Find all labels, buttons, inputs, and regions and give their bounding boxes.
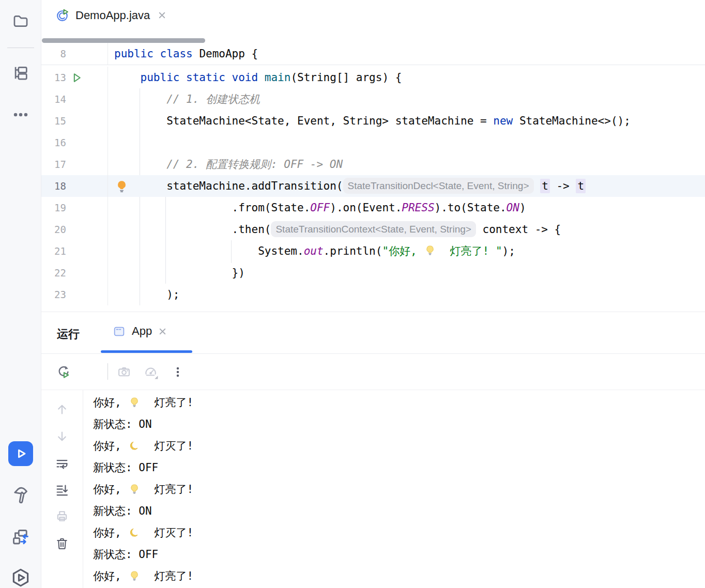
code-line-22[interactable]: 22 }) — [41, 262, 705, 284]
code-line-17[interactable]: 17 // 2. 配置转换规则: OFF -> ON — [41, 153, 705, 175]
clear-console-trash-icon[interactable] — [55, 536, 69, 551]
tab-scrollbar[interactable] — [42, 38, 205, 43]
console-text: 你好, — [93, 565, 128, 587]
print-icon[interactable] — [55, 509, 69, 523]
thread-dump-camera-button[interactable] — [117, 365, 131, 379]
gutter-slot — [66, 132, 108, 153]
code-text: StateMachine<State, Event, String> state… — [114, 110, 631, 132]
more-tool-windows-icon[interactable] — [12, 106, 29, 123]
code-token: StateTransitionContext<State, Event, Str… — [271, 221, 476, 237]
code-line-18[interactable]: 18 stateMachine.addTransition(StateTrans… — [41, 175, 705, 197]
editor-tab-bar: DemoApp.java — [41, 0, 705, 43]
editor-tab-title: DemoApp.java — [75, 9, 150, 22]
bulb-emoji-icon — [424, 245, 436, 256]
services-icon[interactable] — [11, 528, 30, 547]
gutter-slot — [66, 153, 108, 175]
code-token — [114, 93, 166, 105]
code-token: -> — [550, 180, 576, 192]
moon-emoji-icon — [129, 527, 140, 538]
moon-emoji-icon — [129, 440, 140, 452]
console-text: 你好, — [93, 392, 128, 413]
code-line-15[interactable]: 15 StateMachine<State, Event, String> st… — [41, 110, 705, 132]
line-number: 8 — [41, 43, 66, 65]
code-line-19[interactable]: 19 .from(State.OFF).on(Event.PRESS).to(S… — [41, 197, 705, 219]
code-text: .from(State.OFF).on(Event.PRESS).to(Stat… — [114, 197, 526, 219]
code-line-13[interactable]: 13 public static void main(String[] args… — [41, 67, 705, 88]
gutter-slot — [66, 240, 108, 262]
code-token: StateMachine<>(); — [513, 115, 631, 127]
gutter-slot — [66, 110, 108, 132]
run-tab-app[interactable]: App — [113, 324, 167, 338]
ide-window: DemoApp.java 8 public class DemoApp { 13… — [0, 0, 705, 588]
editor-tab-demoapp[interactable]: DemoApp.java — [56, 8, 166, 22]
activity-bar — [0, 0, 41, 588]
scroll-to-end-icon[interactable] — [55, 483, 69, 498]
intention-bulb-icon[interactable] — [115, 179, 129, 193]
code-token: stateMachine.addTransition( — [114, 180, 343, 192]
sticky-code-text: public class DemoApp { — [114, 43, 258, 65]
code-text: .then(StateTransitionContext<State, Even… — [114, 219, 561, 240]
code-token — [114, 71, 141, 84]
profiler-icon[interactable] — [10, 567, 32, 588]
soft-wrap-icon[interactable] — [55, 457, 69, 472]
console-text: 灯灭了! — [141, 435, 200, 457]
console-output: 你好, 灯亮了! 新状态: ON你好, 灯灭了! 新状态: OFF你好, 灯亮了… — [93, 392, 705, 588]
code-line-20[interactable]: 20 .then(StateTransitionContext<State, E… — [41, 219, 705, 240]
gutter-slot — [66, 67, 108, 88]
close-tab-icon[interactable] — [158, 11, 166, 20]
code-token: .then( — [114, 223, 271, 236]
code-token: (String[] args) { — [290, 71, 402, 84]
line-number: 14 — [41, 88, 66, 110]
code-line-21[interactable]: 21 System.out.println("你好, 灯亮了! "); — [41, 240, 705, 262]
code-editor[interactable]: 8 public class DemoApp { 13 public stati… — [41, 43, 705, 312]
gutter-slot — [66, 197, 108, 219]
console-line: 新状态: ON — [93, 500, 705, 522]
code-token: t — [576, 179, 586, 193]
gutter-slot — [66, 175, 108, 197]
code-token: .from(State. — [114, 202, 310, 214]
console-line: 新状态: OFF — [93, 457, 705, 478]
console-line: 你好, 灯灭了! — [93, 435, 705, 457]
close-run-tab-icon[interactable] — [158, 327, 167, 336]
run-line-icon[interactable] — [66, 71, 83, 84]
code-token: DemoApp { — [199, 48, 258, 60]
structure-icon[interactable] — [12, 64, 29, 82]
code-text: System.out.println("你好, 灯亮了! "); — [114, 240, 515, 262]
console-text: 你好, — [93, 435, 128, 457]
code-token: 灯亮了! " — [437, 245, 502, 257]
line-number: 13 — [41, 67, 66, 88]
more-options-kebab-icon[interactable] — [171, 365, 185, 379]
code-line-23[interactable]: 23 ); — [41, 284, 705, 305]
console-gutter — [41, 390, 83, 588]
rerun-button[interactable] — [56, 365, 71, 379]
code-text: stateMachine.addTransition(StateTransiti… — [114, 175, 586, 197]
run-tool-window-button[interactable] — [8, 441, 33, 466]
code-text: // 1. 创建状态机 — [114, 88, 260, 110]
code-line-14[interactable]: 14 // 1. 创建状态机 — [41, 88, 705, 110]
code-token: ).on(Event. — [330, 202, 402, 214]
console-text: 你好, — [93, 522, 128, 544]
editor-body[interactable]: 13 public static void main(String[] args… — [41, 65, 705, 312]
code-token: // 1. 创建状态机 — [166, 93, 260, 105]
code-token: ); — [114, 288, 179, 301]
console-text: 灯亮了! — [141, 565, 200, 587]
run-console[interactable]: 你好, 灯亮了! 新状态: ON你好, 灯灭了! 新状态: OFF你好, 灯亮了… — [41, 390, 705, 588]
code-token: .println( — [324, 245, 382, 257]
code-token: StateMachine<State, Event, String> state… — [114, 115, 493, 127]
code-token: StateTransitionDecl<State, Event, String… — [343, 178, 534, 194]
run-panel: 运行 App — [41, 312, 705, 588]
project-folder-icon[interactable] — [12, 12, 29, 30]
build-hammer-icon[interactable] — [11, 486, 30, 504]
console-text: 新状态: ON — [93, 500, 152, 522]
divider — [7, 48, 34, 48]
code-line-16[interactable]: 16 — [41, 132, 705, 153]
code-token — [114, 158, 166, 171]
up-stack-trace-icon[interactable] — [55, 403, 69, 416]
code-token: // 2. 配置转换规则: OFF -> ON — [166, 158, 343, 171]
code-text: // 2. 配置转换规则: OFF -> ON — [114, 153, 343, 175]
code-token: ON — [507, 202, 519, 214]
line-number: 15 — [41, 110, 66, 132]
down-stack-trace-icon[interactable] — [55, 430, 69, 444]
profiler-gauge-button[interactable] — [144, 364, 159, 379]
play-icon — [8, 441, 33, 466]
